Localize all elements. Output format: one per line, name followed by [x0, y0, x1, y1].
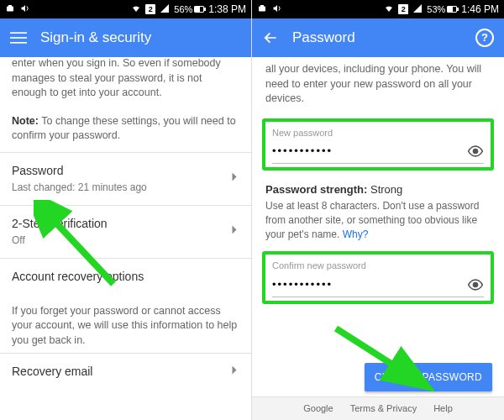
tips-text: Use at least 8 characters. Don't use a p…	[265, 200, 479, 240]
status-bar-right: 2 53% 1:46 PM	[252, 0, 504, 18]
sim-indicator: 2	[398, 4, 408, 14]
appbar-right: Password ?	[252, 18, 504, 57]
intro-text: all your devices, including your phone. …	[252, 57, 504, 115]
eye-icon[interactable]	[467, 143, 484, 160]
help-icon[interactable]: ?	[475, 29, 494, 47]
row-2step[interactable]: 2-Step Verification Off	[0, 205, 251, 258]
new-password-label: New password	[272, 127, 484, 139]
screenshot-icon	[5, 3, 15, 15]
row-recovery-email-title: Recovery email	[12, 364, 239, 381]
svg-point-9	[474, 282, 478, 286]
clock: 1:38 PM	[208, 3, 246, 15]
signal-icon	[412, 3, 423, 15]
chevron-right-icon	[226, 362, 243, 383]
content-right: all your devices, including your phone. …	[252, 57, 504, 420]
svg-rect-1	[8, 5, 12, 7]
screen-password: 2 53% 1:46 PM Password ? all your device…	[252, 0, 504, 420]
appbar-title: Sign-in & security	[40, 29, 151, 46]
battery-indicator: 53%	[427, 4, 457, 14]
clock: 1:46 PM	[461, 3, 499, 15]
back-icon[interactable]	[262, 29, 279, 46]
chevron-right-icon	[226, 168, 243, 189]
appbar-left: Sign-in & security	[0, 18, 251, 57]
footer-google[interactable]: Google	[303, 402, 333, 415]
svg-rect-6	[259, 7, 265, 12]
note-label: Note:	[12, 115, 39, 127]
content-left: enter when you sign in. So even if someb…	[0, 57, 251, 420]
annotation-arrow	[328, 316, 445, 408]
svg-rect-4	[10, 42, 27, 44]
footer-terms[interactable]: Terms & Privacy	[350, 402, 417, 415]
screen-sign-in-security: 2 56% 1:38 PM Sign-in & security enter w…	[0, 0, 252, 420]
battery-indicator: 56%	[174, 4, 204, 14]
screenshot-icon	[257, 3, 267, 15]
volume-icon	[272, 3, 282, 15]
footer: Google Terms & Privacy Help	[252, 396, 504, 420]
svg-rect-2	[10, 32, 27, 34]
confirm-password-label: Confirm new password	[272, 260, 484, 272]
change-password-button[interactable]: CHANGE PASSWORD	[365, 363, 492, 391]
new-password-input[interactable]	[272, 143, 467, 159]
sim-indicator: 2	[145, 4, 155, 14]
volume-icon	[20, 3, 30, 15]
wifi-icon	[384, 3, 394, 15]
row-password[interactable]: Password Last changed: 21 minutes ago	[0, 152, 251, 205]
svg-rect-7	[260, 5, 264, 7]
field-new-password-block: New password	[262, 118, 494, 171]
svg-rect-3	[10, 37, 27, 39]
menu-icon[interactable]	[10, 29, 27, 46]
field-confirm-password-block: Confirm new password	[262, 251, 494, 303]
note-text: To change these settings, you will need …	[12, 115, 236, 142]
svg-point-8	[474, 149, 478, 153]
row-password-sub: Last changed: 21 minutes ago	[12, 181, 239, 195]
row-recovery-email[interactable]: Recovery email	[0, 353, 251, 391]
row-2step-title: 2-Step Verification	[12, 216, 239, 233]
footer-help[interactable]: Help	[433, 402, 453, 415]
strength-value: Strong	[367, 183, 402, 196]
intro-text: enter when you sign in. So even if someb…	[12, 57, 221, 98]
strength-label: Password strength:	[265, 183, 367, 196]
recovery-desc: If you forget your password or cannot ac…	[0, 296, 251, 354]
signal-icon	[160, 3, 170, 15]
status-bar-left: 2 56% 1:38 PM	[0, 0, 251, 18]
confirm-password-input[interactable]	[272, 276, 467, 292]
row-2step-sub: Off	[12, 234, 239, 248]
row-account-recovery-header: Account recovery options	[0, 258, 251, 296]
wifi-icon	[131, 3, 141, 15]
recovery-header: Account recovery options	[12, 269, 239, 286]
eye-icon[interactable]	[467, 276, 484, 293]
row-password-title: Password	[12, 163, 239, 180]
why-link[interactable]: Why?	[343, 228, 369, 240]
appbar-title: Password	[292, 29, 355, 46]
chevron-right-icon	[226, 221, 243, 242]
svg-rect-0	[7, 7, 13, 12]
